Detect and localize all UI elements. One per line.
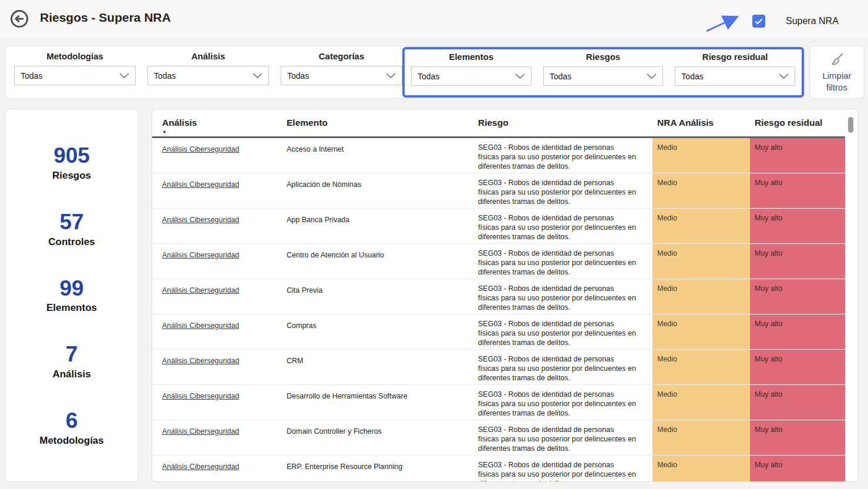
nra-analisis-cell: Medio bbox=[652, 420, 750, 455]
filter-item: Elementos Todas bbox=[405, 49, 537, 95]
supera-nra-checkbox-label: Supera NRA bbox=[786, 16, 839, 26]
annotation-arrow-icon bbox=[704, 13, 742, 34]
check-icon bbox=[755, 18, 763, 25]
riesgo-cell: SEG03 - Robos de identidad de personas f… bbox=[478, 279, 652, 314]
filter-dropdown-value: Todas bbox=[418, 72, 439, 81]
analisis-link[interactable]: Análisis Ciberseguridad bbox=[162, 321, 239, 330]
filter-dropdown-value: Todas bbox=[681, 72, 703, 81]
kpi-value: 57 bbox=[5, 210, 138, 235]
elemento-cell: CRM bbox=[287, 350, 478, 384]
analisis-cell: Análisis Ciberseguridad bbox=[152, 244, 287, 279]
table-row: Análisis Ciberseguridad Domain Controlle… bbox=[152, 420, 845, 455]
kpi-block: 6 Metodologías bbox=[5, 409, 138, 447]
riesgo-residual-cell: Muy alto bbox=[750, 420, 845, 455]
column-header-nra-analisis[interactable]: NRA Análisis bbox=[652, 118, 750, 136]
riesgo-cell: SEG03 - Robos de identidad de personas f… bbox=[478, 455, 652, 482]
riesgo-cell: SEG03 - Robos de identidad de personas f… bbox=[478, 420, 652, 455]
table-row: Análisis Ciberseguridad App Banca Privad… bbox=[152, 209, 845, 244]
nra-analisis-cell: Medio bbox=[652, 279, 750, 314]
riesgo-residual-cell: Muy alto bbox=[750, 173, 845, 208]
analisis-cell: Análisis Ciberseguridad bbox=[152, 420, 287, 455]
table-row: Análisis Ciberseguridad Cita Previa SEG0… bbox=[152, 279, 845, 314]
analisis-link[interactable]: Análisis Ciberseguridad bbox=[162, 145, 239, 153]
riesgo-cell: SEG03 - Robos de identidad de personas f… bbox=[478, 350, 652, 384]
kpi-block: 57 Controles bbox=[5, 210, 138, 248]
kpi-panel: 905 Riesgos 57 Controles 99 Elementos 7 … bbox=[5, 109, 139, 482]
analisis-link[interactable]: Análisis Ciberseguridad bbox=[162, 216, 239, 224]
filter-dropdown[interactable]: Todas bbox=[675, 66, 795, 86]
riesgo-residual-cell: Muy alto bbox=[750, 385, 845, 420]
column-header-elemento[interactable]: Elemento bbox=[287, 118, 478, 136]
table-row: Análisis Ciberseguridad Acceso a Interne… bbox=[152, 138, 845, 173]
filter-dropdown[interactable]: Todas bbox=[147, 66, 269, 85]
analisis-cell: Análisis Ciberseguridad bbox=[152, 173, 287, 208]
filter-item: Metodologías Todas bbox=[8, 46, 142, 98]
riesgo-residual-cell: Muy alto bbox=[750, 455, 845, 482]
vertical-scrollbar-thumb[interactable] bbox=[848, 117, 853, 133]
analisis-link[interactable]: Análisis Ciberseguridad bbox=[162, 427, 239, 436]
filter-item: Análisis Todas bbox=[142, 46, 275, 98]
chevron-down-icon bbox=[119, 73, 129, 78]
top-header-bar: Riesgos - Supera NRA Supera NRA bbox=[0, 0, 868, 38]
filter-dropdown[interactable]: Todas bbox=[14, 66, 136, 85]
elemento-cell: Compras bbox=[287, 314, 478, 349]
analisis-cell: Análisis Ciberseguridad bbox=[152, 350, 287, 384]
analisis-link[interactable]: Análisis Ciberseguridad bbox=[162, 286, 239, 294]
riesgo-residual-cell: Muy alto bbox=[750, 244, 845, 279]
nra-analisis-cell: Medio bbox=[652, 350, 750, 384]
elemento-cell: Desarrollo de Herramientas Software bbox=[287, 385, 478, 420]
kpi-value: 99 bbox=[5, 277, 138, 301]
kpi-label: Análisis bbox=[5, 369, 138, 380]
riesgo-cell: SEG03 - Robos de identidad de personas f… bbox=[478, 173, 652, 208]
riesgo-residual-cell: Muy alto bbox=[750, 209, 845, 243]
kpi-label: Controles bbox=[5, 236, 138, 248]
column-header-analisis[interactable]: Análisis ▲ bbox=[152, 118, 287, 136]
column-header-riesgo[interactable]: Riesgo bbox=[478, 118, 652, 136]
column-header-riesgo-residual[interactable]: Riesgo residual bbox=[750, 118, 845, 136]
kpi-block: 99 Elementos bbox=[5, 277, 138, 314]
kpi-label: Riesgos bbox=[5, 170, 138, 182]
back-button[interactable] bbox=[9, 9, 29, 29]
kpi-value: 7 bbox=[5, 343, 138, 367]
filter-dropdown-value: Todas bbox=[287, 71, 309, 81]
riesgo-cell: SEG03 - Robos de identidad de personas f… bbox=[478, 209, 652, 243]
elemento-cell: App Banca Privada bbox=[287, 209, 478, 243]
risks-table: Análisis ▲ Elemento Riesgo NRA Análisis … bbox=[152, 109, 859, 482]
riesgo-cell: SEG03 - Robos de identidad de personas f… bbox=[478, 314, 652, 349]
analisis-link[interactable]: Análisis Ciberseguridad bbox=[162, 392, 239, 400]
table-body: Análisis Ciberseguridad Acceso a Interne… bbox=[152, 138, 858, 482]
kpi-value: 905 bbox=[5, 144, 138, 168]
chevron-down-icon bbox=[647, 73, 657, 79]
table-row: Análisis Ciberseguridad Centro de Atenci… bbox=[152, 244, 845, 279]
filter-dropdown[interactable]: Todas bbox=[543, 66, 664, 86]
analisis-link[interactable]: Análisis Ciberseguridad bbox=[162, 180, 239, 189]
clear-filters-label: Limpiar filtros bbox=[819, 70, 855, 94]
table-row: Análisis Ciberseguridad CRM SEG03 - Robo… bbox=[152, 350, 845, 385]
analisis-link[interactable]: Análisis Ciberseguridad bbox=[162, 463, 239, 471]
filter-group-left: Metodologías Todas Análisis Todas Catego… bbox=[8, 46, 408, 98]
analisis-link[interactable]: Análisis Ciberseguridad bbox=[162, 357, 239, 365]
filter-label: Categorías bbox=[275, 51, 408, 61]
chevron-down-icon bbox=[779, 73, 789, 79]
nra-analisis-cell: Medio bbox=[652, 244, 750, 279]
kpi-label: Metodologías bbox=[5, 435, 138, 447]
nra-analisis-cell: Medio bbox=[652, 314, 750, 349]
analisis-link[interactable]: Análisis Ciberseguridad bbox=[162, 251, 239, 259]
kpi-block: 7 Análisis bbox=[5, 343, 138, 380]
kpi-label: Elementos bbox=[5, 302, 138, 314]
riesgo-residual-cell: Muy alto bbox=[750, 314, 845, 349]
filter-label: Metodologías bbox=[8, 51, 142, 61]
table-row: Análisis Ciberseguridad Desarrollo de He… bbox=[152, 385, 845, 420]
kpi-value: 6 bbox=[5, 409, 138, 433]
supera-nra-checkbox[interactable] bbox=[752, 15, 765, 28]
clear-filters-button[interactable]: Limpiar filtros bbox=[809, 46, 864, 99]
filter-dropdown[interactable]: Todas bbox=[281, 66, 402, 85]
filter-dropdown[interactable]: Todas bbox=[411, 66, 531, 86]
nra-analisis-cell: Medio bbox=[652, 209, 750, 243]
table-row: Análisis Ciberseguridad ERP. Enterprise … bbox=[152, 455, 845, 482]
nra-analisis-cell: Medio bbox=[652, 385, 750, 420]
riesgo-cell: SEG03 - Robos de identidad de personas f… bbox=[478, 138, 652, 173]
page-title: Riesgos - Supera NRA bbox=[40, 11, 171, 25]
riesgo-residual-cell: Muy alto bbox=[750, 350, 845, 384]
filter-dropdown-value: Todas bbox=[154, 71, 176, 81]
